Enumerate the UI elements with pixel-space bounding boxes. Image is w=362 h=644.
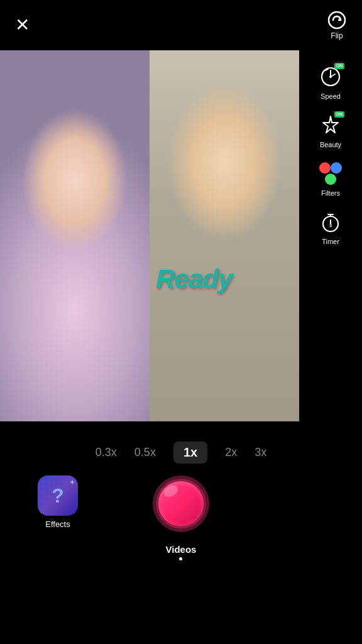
right-camera-panel: Ready bbox=[150, 50, 299, 421]
effects-label: Effects bbox=[45, 519, 70, 529]
flip-icon bbox=[327, 10, 347, 30]
right-controls-panel: ON Speed ON Beauty Filters bbox=[299, 50, 362, 421]
speed-1x[interactable]: 1x bbox=[173, 441, 207, 464]
filters-label: Filters bbox=[321, 189, 340, 197]
filters-dot-red bbox=[319, 162, 331, 174]
svg-marker-4 bbox=[323, 116, 338, 133]
close-button[interactable]: ✕ bbox=[15, 16, 30, 34]
timer-icon-container: 3 bbox=[317, 208, 344, 236]
speed-selector: 0.3x 0.5x 1x 2x 3x bbox=[0, 421, 362, 479]
speed-on-badge: ON bbox=[334, 63, 345, 69]
beauty-on-badge: ON bbox=[334, 111, 345, 118]
beauty-control[interactable]: ON Beauty bbox=[317, 111, 344, 148]
left-camera-panel bbox=[0, 50, 150, 421]
effects-icon bbox=[38, 475, 78, 516]
bottom-area: 0.3x 0.5x 1x 2x 3x Effects Videos bbox=[0, 421, 362, 644]
nav-videos[interactable]: Videos bbox=[151, 539, 212, 565]
viewfinder: Ready bbox=[0, 50, 299, 421]
nav-videos-dot bbox=[179, 557, 182, 560]
speed-icon-container: ON bbox=[317, 63, 344, 91]
record-area: Effects bbox=[0, 479, 362, 529]
left-person-overlay bbox=[0, 50, 150, 421]
flip-label: Flip bbox=[331, 31, 343, 40]
speed-control[interactable]: ON Speed bbox=[317, 63, 344, 100]
record-button[interactable] bbox=[156, 479, 206, 529]
ready-overlay-text: Ready bbox=[156, 264, 232, 294]
nav-videos-label: Videos bbox=[166, 544, 197, 555]
bottom-nav: Videos bbox=[0, 536, 362, 565]
svg-point-0 bbox=[329, 12, 345, 28]
effects-button[interactable]: Effects bbox=[38, 475, 78, 529]
timer-label: Timer bbox=[322, 238, 339, 245]
beauty-icon-container: ON bbox=[317, 111, 344, 139]
filters-dot-green bbox=[325, 174, 336, 185]
filters-dot-blue bbox=[331, 162, 342, 174]
flip-button[interactable]: Flip bbox=[327, 10, 347, 40]
filters-control[interactable]: Filters bbox=[317, 160, 344, 197]
speed-03x[interactable]: 0.3x bbox=[96, 446, 117, 459]
beauty-label: Beauty bbox=[320, 141, 341, 148]
timer-icon: 3 bbox=[319, 211, 342, 233]
top-bar: ✕ Flip bbox=[0, 0, 362, 50]
filters-icon bbox=[319, 162, 342, 185]
speed-3x[interactable]: 3x bbox=[255, 446, 266, 459]
right-person-bg bbox=[150, 50, 299, 421]
speed-label: Speed bbox=[321, 92, 341, 100]
speed-2x[interactable]: 2x bbox=[225, 446, 237, 459]
svg-point-3 bbox=[329, 75, 332, 78]
timer-control[interactable]: 3 Timer bbox=[317, 208, 344, 245]
svg-text:3: 3 bbox=[329, 223, 332, 228]
speed-05x[interactable]: 0.5x bbox=[134, 446, 156, 459]
filters-icon-container bbox=[317, 160, 344, 187]
svg-point-1 bbox=[336, 16, 338, 18]
